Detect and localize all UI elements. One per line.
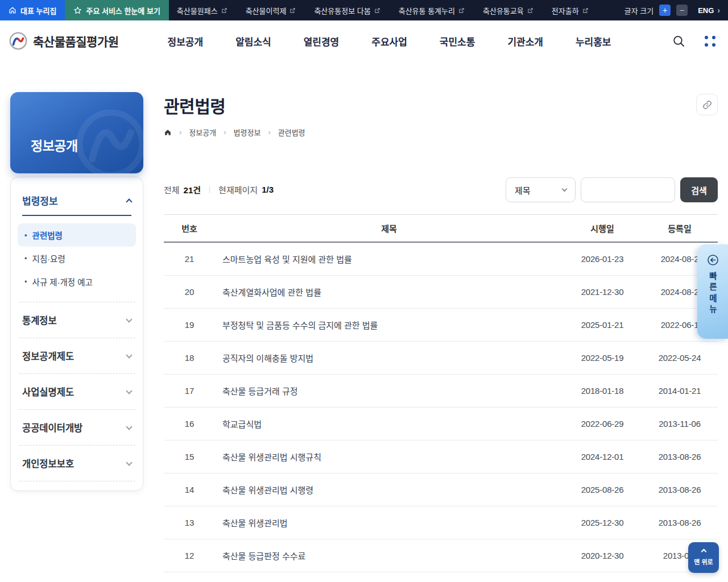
sidebar-menu-card: 법령정보 관련법령 지침·요령 사규 제·개정 예고 통계정보 정보공개제도 사…	[10, 177, 143, 491]
table-row[interactable]: 12 축산물 등급판정 수수료 2020-12-30 2013-08-	[164, 539, 718, 572]
effective-date: 2018-01-18	[563, 386, 642, 396]
chevron-right-icon: ›	[224, 128, 226, 136]
sidebar-group-project-real-name[interactable]: 사업실명제도	[11, 374, 143, 409]
external-link-label: 축산물원패스	[177, 5, 218, 16]
nav-item-news[interactable]: 알림소식	[235, 34, 271, 48]
registered-date: 2013-08-26	[642, 518, 718, 527]
external-link-shipping[interactable]: 전자출하	[552, 5, 589, 16]
main-portal-link[interactable]: 대표 누리집	[0, 0, 65, 20]
breadcrumb: › 정보공개 › 법령정보 › 관련법령	[164, 127, 718, 138]
effective-date: 2025-12-30	[563, 518, 642, 527]
external-link-stats[interactable]: 축산유통 통계누리	[399, 5, 465, 16]
table-row[interactable]: 18 공직자의 이해충돌 방지법 2022-05-19 2022-05-24	[164, 342, 718, 375]
sidebar-group-law-info[interactable]: 법령정보	[11, 181, 143, 215]
key-services-link[interactable]: 주요 서비스 한눈에 보기	[65, 0, 168, 20]
table-header: 번호 제목 시행일 등록일	[164, 214, 718, 243]
chevron-right-icon: ›	[717, 6, 720, 15]
sidebar-group-open-data[interactable]: 공공데이터개방	[11, 410, 143, 445]
registered-date: 2013-08-26	[642, 485, 718, 494]
back-to-top-button[interactable]: 맨 위로	[688, 542, 719, 573]
nav-item-promotion[interactable]: 누리홍보	[576, 34, 611, 48]
key-services-link-label: 주요 서비스 한눈에 보기	[86, 5, 160, 16]
main-content: 관련법령 › 정보공개 › 법령정보 › 관련법령 전체 21건 현재페이지 1…	[164, 93, 718, 572]
effective-date: 2025-01-21	[563, 320, 642, 330]
logo-icon	[8, 31, 28, 51]
table-row[interactable]: 16 학교급식법 2022-06-29 2013-11-06	[164, 408, 718, 440]
topbar-utilities: 글자 크기 + − ENG ›	[624, 0, 728, 20]
table-row[interactable]: 19 부정청탁 및 금품등 수수의 금지에 관한 법률 2025-01-21 2…	[164, 309, 718, 342]
breadcrumb-item[interactable]: 법령정보	[234, 127, 261, 138]
external-link-dabom[interactable]: 축산유통정보 다봄	[314, 5, 380, 16]
menu-grid-icon	[705, 36, 715, 47]
font-increase-button[interactable]: +	[659, 5, 671, 16]
external-link-icon	[374, 7, 380, 14]
law-title-link[interactable]: 축산계열화사업에 관한 법률	[215, 286, 563, 298]
chevron-down-icon	[126, 388, 132, 394]
registered-date: 2022-05-24	[642, 353, 718, 363]
search-button[interactable]	[672, 35, 685, 48]
law-title-link[interactable]: 공직자의 이해충돌 방지법	[215, 352, 563, 364]
search-input[interactable]	[581, 177, 675, 202]
all-menu-button[interactable]	[705, 36, 715, 47]
law-title-link[interactable]: 부정청탁 및 금품등 수수의 금지에 관한 법률	[215, 319, 563, 331]
sidebar-group-label: 정보공개제도	[22, 349, 74, 363]
quick-menu-panel[interactable]: 빠른메뉴	[697, 244, 728, 339]
external-link-education[interactable]: 축산유통교육	[483, 5, 533, 16]
site-header: 축산물품질평가원 정보공개 알림소식 열린경영 주요사업 국민소통 기관소개 누…	[0, 20, 728, 61]
row-number: 12	[164, 551, 215, 560]
search-icon	[672, 35, 685, 48]
law-title-link[interactable]: 축산물 등급거래 규정	[215, 385, 563, 397]
effective-date: 2024-12-01	[563, 452, 642, 462]
row-number: 17	[164, 386, 215, 396]
nav-item-about[interactable]: 기관소개	[507, 34, 543, 48]
font-size-label: 글자 크기	[624, 5, 653, 16]
copy-url-button[interactable]	[696, 94, 718, 115]
law-title-link[interactable]: 축산물 위생관리법 시행령	[215, 484, 563, 496]
sidebar-group-statistics[interactable]: 통계정보	[11, 302, 143, 338]
law-title-link[interactable]: 축산물 등급판정 수수료	[215, 550, 563, 562]
language-switch[interactable]: ENG ›	[698, 6, 720, 15]
external-link-wonpass[interactable]: 축산물원패스	[177, 5, 228, 16]
law-title-link[interactable]: 스마트농업 육성 및 지원에 관한 법률	[215, 253, 563, 265]
table-row[interactable]: 17 축산물 등급거래 규정 2018-01-18 2014-01-21	[164, 375, 718, 408]
search-field-select[interactable]: 제목	[506, 177, 576, 202]
sidebar-group-disclosure-system[interactable]: 정보공개제도	[11, 338, 143, 373]
sidebar-section-title: 정보공개	[31, 135, 78, 155]
external-link-history[interactable]: 축산물이력제	[246, 5, 296, 16]
table-row[interactable]: 14 축산물 위생관리법 시행령 2025-08-26 2013-08-26	[164, 473, 718, 506]
sidebar-item-regulation-notice[interactable]: 사규 제·개정 예고	[18, 270, 136, 293]
external-link-label: 축산유통교육	[483, 5, 524, 16]
chevron-down-icon	[562, 186, 568, 192]
external-link-icon	[527, 7, 533, 14]
global-nav: 정보공개 알림소식 열린경영 주요사업 국민소통 기관소개 누리홍보	[168, 34, 611, 48]
effective-date: 2025-08-26	[563, 485, 642, 494]
sidebar-group-label: 사업실명제도	[22, 385, 74, 398]
nav-item-open-management[interactable]: 열린경영	[304, 34, 340, 48]
table-row[interactable]: 21 스마트농업 육성 및 지원에 관한 법률 2026-01-23 2024-…	[164, 243, 718, 276]
font-decrease-button[interactable]: −	[676, 5, 688, 16]
law-title-link[interactable]: 축산물 위생관리법	[215, 517, 563, 529]
page-head: 관련법령	[164, 93, 718, 118]
table-row[interactable]: 15 축산물 위생관리법 시행규칙 2024-12-01 2013-08-26	[164, 440, 718, 473]
table-row[interactable]: 13 축산물 위생관리법 2025-12-30 2013-08-26	[164, 506, 718, 539]
divider	[19, 481, 135, 481]
breadcrumb-item[interactable]: 정보공개	[189, 127, 216, 138]
chevron-down-icon	[126, 352, 132, 358]
breadcrumb-home[interactable]	[164, 128, 172, 136]
row-number: 21	[164, 254, 215, 264]
language-label: ENG	[698, 6, 714, 15]
law-title-link[interactable]: 학교급식법	[215, 418, 563, 430]
law-title-link[interactable]: 축산물 위생관리법 시행규칙	[215, 451, 563, 463]
nav-item-info-disclosure[interactable]: 정보공개	[168, 34, 204, 48]
site-logo[interactable]: 축산물품질평가원	[8, 31, 119, 51]
nav-item-main-business[interactable]: 주요사업	[371, 34, 407, 48]
sidebar-item-guidelines[interactable]: 지침·요령	[18, 247, 136, 270]
nav-item-communication[interactable]: 국민소통	[440, 34, 475, 48]
sidebar-group-privacy[interactable]: 개인정보보호	[11, 446, 143, 481]
quick-menu-open-icon	[706, 253, 719, 267]
external-link-label: 축산유통정보 다봄	[314, 5, 370, 16]
search-submit-button[interactable]: 검색	[680, 177, 718, 202]
sidebar-submenu: 관련법령 지침·요령 사규 제·개정 예고	[11, 216, 143, 302]
table-row[interactable]: 20 축산계열화사업에 관한 법률 2021-12-30 2024-08-2	[164, 276, 718, 309]
sidebar-item-related-laws[interactable]: 관련법령	[18, 223, 136, 247]
